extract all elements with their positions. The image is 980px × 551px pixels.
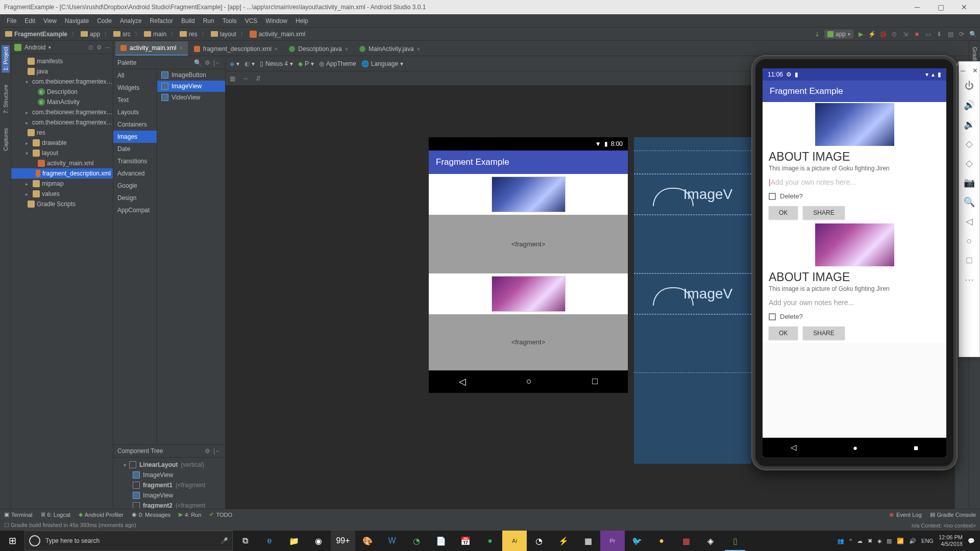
unity-icon[interactable]: ◈ — [698, 531, 723, 551]
tool-todo[interactable]: ✔ TODO — [209, 511, 232, 518]
gear-icon[interactable]: ⚙ — [96, 44, 102, 51]
tree-item[interactable]: ▾layout — [11, 148, 113, 158]
debug-button[interactable]: 🐞 — [879, 30, 887, 38]
paint-icon[interactable]: 🎨 — [355, 531, 380, 551]
editor-tab[interactable]: activity_main.xml× — [115, 41, 188, 56]
editor-tab[interactable]: MainActivity.java× — [354, 42, 425, 56]
emulator-screen[interactable]: 11:06 ⚙ ▮ ▾ ▴ ▮ Fragment Example ABOUT I… — [763, 68, 946, 457]
lang-indicator[interactable]: ENG — [921, 538, 934, 544]
ok-button[interactable]: OK — [769, 327, 798, 340]
home-icon[interactable]: ○ — [962, 232, 977, 249]
system-tray[interactable]: 👥 ^ ☁ ✖ ◈ ▥ 📶 🔊 ENG 12:06 PM 4/5/2018 💬 — [832, 534, 980, 547]
component-tree-root[interactable]: ▾ LinearLayout (vertical) — [113, 460, 225, 470]
run-button[interactable]: ▶ — [856, 30, 865, 38]
mic-icon[interactable]: 🎤 — [220, 537, 228, 544]
illustrator-icon[interactable]: Ai — [502, 531, 527, 551]
tree-item[interactable]: manifests — [11, 56, 113, 66]
zoom-icon[interactable]: 🔍 — [962, 193, 977, 211]
device-dropdown[interactable]: ▯ Nexus 4 ▾ — [260, 60, 293, 67]
pan-mode-icon[interactable]: ↔ — [242, 75, 249, 82]
tray-chevron-icon[interactable]: ^ — [849, 538, 852, 544]
menu-build[interactable]: Build — [178, 16, 199, 26]
notepad-icon[interactable]: 📄 — [429, 531, 453, 551]
collapse-icon[interactable]: ⊙ — [88, 44, 93, 51]
preview-imageview[interactable] — [429, 273, 628, 314]
stop-button[interactable]: ■ — [913, 30, 921, 38]
editor-tab[interactable]: fragment_description.xml× — [189, 42, 283, 56]
tab-project[interactable]: 1: Project — [2, 45, 10, 72]
tool-profiler[interactable]: ◆ Android Profiler — [79, 511, 124, 518]
volume-icon[interactable]: 🔊 — [909, 538, 916, 544]
tree-item[interactable]: Gradle Scripts — [11, 199, 113, 209]
onedrive-icon[interactable]: ☁ — [857, 538, 863, 544]
tool-terminal[interactable]: ▣ Terminal — [4, 511, 33, 518]
tree-item[interactable]: res — [11, 128, 113, 138]
menu-view[interactable]: View — [40, 16, 60, 26]
tree-item[interactable]: CDescription — [11, 87, 113, 97]
tree-item[interactable]: activity_main.xml — [11, 158, 113, 168]
tab-structure[interactable]: 7: Structure — [2, 83, 10, 116]
whatsapp-icon[interactable]: ◔ — [404, 531, 429, 551]
preview-imageview[interactable] — [429, 174, 628, 215]
component-tree-item[interactable]: fragment1 (<fragment — [113, 480, 225, 490]
share-button[interactable]: SHARE — [803, 206, 844, 219]
more-icon[interactable]: ⋯ — [962, 271, 977, 288]
start-button[interactable]: ⊞ — [0, 531, 24, 551]
menu-edit[interactable]: Edit — [21, 16, 39, 26]
rotate-left-icon[interactable]: ◇ — [962, 135, 977, 153]
explorer-icon[interactable]: 📁 — [282, 531, 306, 551]
emu-close-button[interactable]: ✕ — [972, 67, 978, 74]
volume-up-icon[interactable]: 🔊 — [962, 96, 977, 114]
tool-messages[interactable]: ◉ 0: Messages — [132, 511, 170, 518]
palette-category[interactable]: Advanced — [113, 167, 157, 180]
palette-category[interactable]: Images — [113, 131, 157, 143]
select-mode-icon[interactable]: ▦ — [230, 75, 235, 82]
gear-icon[interactable]: ⚙ — [205, 59, 210, 66]
volume-down-icon[interactable]: 🔉 — [962, 116, 977, 133]
tool-logcat[interactable]: ≣ 6: Logcat — [41, 511, 70, 518]
tray-icon[interactable]: ▥ — [887, 538, 892, 544]
app-icon[interactable]: 🐦 — [625, 531, 649, 551]
emu-minimize-button[interactable]: ─ — [961, 67, 965, 74]
tree-item[interactable]: CMainActivity — [11, 97, 113, 107]
palette-category[interactable]: Layouts — [113, 106, 157, 118]
edge-icon[interactable]: e — [257, 531, 282, 551]
steam-icon[interactable]: ◔ — [527, 531, 551, 551]
outlook-icon[interactable]: 99+ — [331, 531, 355, 551]
blueprint-preview[interactable]: ImageV ImageV — [634, 137, 751, 464]
app-icon[interactable]: ▦ — [674, 531, 698, 551]
project-tree[interactable]: manifestsjava▾com.thebioneer.fragmentex…… — [11, 54, 113, 529]
palette-category[interactable]: Widgets — [113, 82, 157, 94]
emulator-window[interactable]: 11:06 ⚙ ▮ ▾ ▴ ▮ Fragment Example ABOUT I… — [752, 56, 957, 469]
palette-category[interactable]: Design — [113, 192, 157, 204]
component-tree-item[interactable]: ImageView — [113, 490, 225, 500]
run-config-dropdown[interactable]: app▾ — [824, 30, 853, 39]
tree-item[interactable]: ▸com.thebioneer.fragmentex… — [11, 117, 113, 128]
chrome-icon[interactable]: ◉ — [306, 531, 331, 551]
palette-category[interactable]: Transitions — [113, 155, 157, 167]
notes-input[interactable]: |Add your own notes here... — [763, 175, 946, 189]
palette-category[interactable]: Text — [113, 94, 157, 106]
tree-item[interactable]: ▸drawable — [11, 138, 113, 148]
preview-fragment[interactable]: <fragment> — [429, 314, 628, 370]
menu-tools[interactable]: Tools — [219, 16, 240, 26]
tree-item[interactable]: ▸com.thebioneer.fragmentex… — [11, 107, 113, 117]
android-studio-icon[interactable]: ▯ — [723, 531, 747, 551]
lang-dropdown[interactable]: 🌐 Language ▾ — [361, 60, 403, 67]
tree-item[interactable]: ▸mipmap — [11, 179, 113, 189]
delete-checkbox[interactable]: Delete? — [763, 310, 946, 323]
spotify-icon[interactable]: ● — [478, 531, 502, 551]
maximize-button[interactable]: ▢ — [929, 0, 952, 14]
notifications-icon[interactable]: 💬 — [968, 538, 975, 544]
app-icon[interactable]: ⚡ — [551, 531, 576, 551]
palette-category[interactable]: Date — [113, 143, 157, 155]
palette-item[interactable]: ImageButton — [157, 69, 225, 81]
palette-category[interactable]: AppCompat — [113, 204, 157, 216]
search-icon[interactable]: 🔍 — [194, 59, 202, 66]
theme-dropdown[interactable]: ◎ AppTheme — [319, 60, 356, 67]
ok-button[interactable]: OK — [769, 206, 798, 219]
task-view-icon[interactable]: ⧉ — [233, 531, 257, 551]
event-log-button[interactable]: ◉ Event Log — [889, 511, 922, 518]
recents-icon[interactable]: □ — [962, 252, 977, 269]
camera-icon[interactable]: 📷 — [962, 174, 977, 191]
